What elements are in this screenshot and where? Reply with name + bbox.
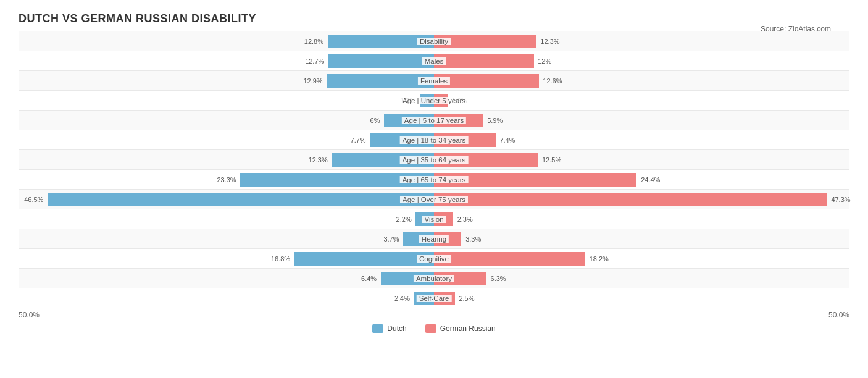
bar-area: Self-Care2.4%2.5% xyxy=(19,288,849,308)
german-russian-value-label: 7.4% xyxy=(499,136,515,144)
bar-area: Age | 65 to 74 years23.3%24.4% xyxy=(19,170,849,189)
bar-area: Age | Under 5 years1.7%1.6% xyxy=(19,91,849,110)
dutch-value-label: 3.7% xyxy=(383,235,399,243)
dutch-value-label: 12.7% xyxy=(305,57,324,65)
bar-row: Ambulatory6.4%6.3% xyxy=(19,269,849,288)
dutch-legend-label: Dutch xyxy=(387,324,406,333)
bar-center-label: Females xyxy=(418,77,450,85)
bar-center-label: Age | Over 75 years xyxy=(400,196,468,203)
bar-area: Vision2.2%2.3% xyxy=(19,209,849,229)
bar-row: Self-Care2.4%2.5% xyxy=(19,288,849,308)
bar-center-label: Age | 65 to 74 years xyxy=(400,176,469,183)
bar-row: Age | 65 to 74 years23.3%24.4% xyxy=(19,170,849,190)
german-russian-value-label: 3.3% xyxy=(465,235,481,243)
dutch-value-label: 6% xyxy=(370,117,380,124)
german-russian-bar xyxy=(434,193,827,206)
dutch-value-label: 12.3% xyxy=(309,156,328,164)
bar-center-label: Vision xyxy=(422,216,446,223)
bar-row: Vision2.2%2.3% xyxy=(19,209,849,229)
bar-center-label: Males xyxy=(422,57,446,65)
axis-left-label: 50.0% xyxy=(19,311,40,319)
dutch-value-label: 12.8% xyxy=(304,38,323,45)
bar-area: Cognitive16.8%18.2% xyxy=(19,249,849,268)
axis-right-label: 50.0% xyxy=(828,311,849,319)
bar-center-label: Age | 5 to 17 years xyxy=(402,117,466,124)
dutch-color-box xyxy=(372,324,383,333)
dutch-value-label: 23.3% xyxy=(217,176,236,183)
bar-row: Age | 35 to 64 years12.3%12.5% xyxy=(19,150,849,170)
dutch-bar xyxy=(328,54,434,68)
german-russian-value-label: 5.9% xyxy=(487,117,503,124)
german-russian-value-label: 12.6% xyxy=(543,77,562,85)
bar-row: Cognitive16.8%18.2% xyxy=(19,249,849,269)
german-russian-bar xyxy=(434,54,534,68)
bar-center-label: Age | 18 to 34 years xyxy=(400,136,469,144)
dutch-value-label: 2.4% xyxy=(394,295,410,302)
bar-area: Age | Over 75 years46.5%47.3% xyxy=(19,190,849,209)
bar-row: Age | Over 75 years46.5%47.3% xyxy=(19,190,849,209)
german-russian-value-label: 47.3% xyxy=(831,196,850,203)
legend: Dutch German Russian xyxy=(19,324,849,333)
bar-area: Females12.9%12.6% xyxy=(19,71,849,90)
german-russian-value-label: 6.3% xyxy=(491,275,506,282)
bar-area: Disability12.8%12.3% xyxy=(19,32,849,51)
german-russian-value-label: 12.3% xyxy=(540,38,559,45)
dutch-bar xyxy=(294,252,434,266)
bar-row: Age | 5 to 17 years6%5.9% xyxy=(19,111,849,130)
dutch-bar xyxy=(48,193,434,206)
bar-center-label: Age | Under 5 years xyxy=(400,97,468,104)
german-russian-value-label: 18.2% xyxy=(590,255,609,262)
chart-wrapper: Disability12.8%12.3%Males12.7%12%Females… xyxy=(19,32,849,333)
bar-center-label: Self-Care xyxy=(417,295,452,302)
bar-row: Disability12.8%12.3% xyxy=(19,32,849,51)
german-russian-bar xyxy=(434,252,585,266)
german-russian-value-label: 2.3% xyxy=(457,216,473,223)
bar-area: Age | 18 to 34 years7.7%7.4% xyxy=(19,130,849,149)
bar-area: Age | 35 to 64 years12.3%12.5% xyxy=(19,150,849,169)
bar-area: Hearing3.7%3.3% xyxy=(19,229,849,248)
chart-title: DUTCH VS GERMAN RUSSIAN DISABILITY xyxy=(19,12,849,25)
bar-area: Males12.7%12% xyxy=(19,51,849,70)
legend-dutch: Dutch xyxy=(372,324,406,333)
bar-center-label: Age | 35 to 64 years xyxy=(400,156,469,164)
bar-area: Age | 5 to 17 years6%5.9% xyxy=(19,111,849,130)
bar-row: Females12.9%12.6% xyxy=(19,71,849,91)
axis-labels: 50.0% 50.0% xyxy=(19,311,849,319)
bar-center-label: Hearing xyxy=(419,235,449,243)
bar-row: Age | Under 5 years1.7%1.6% xyxy=(19,91,849,111)
dutch-value-label: 16.8% xyxy=(271,255,290,262)
chart-container: Disability12.8%12.3%Males12.7%12%Females… xyxy=(19,32,849,308)
german-russian-value-label: 2.5% xyxy=(459,295,474,302)
dutch-value-label: 7.7% xyxy=(351,136,366,144)
bar-row: Hearing3.7%3.3% xyxy=(19,229,849,249)
german-russian-value-label: 12.5% xyxy=(542,156,561,164)
bar-center-label: Disability xyxy=(417,38,451,45)
dutch-value-label: 2.2% xyxy=(396,216,412,223)
german-russian-legend-label: German Russian xyxy=(440,324,496,333)
german-russian-value-label: 12% xyxy=(538,57,551,65)
bar-center-label: Ambulatory xyxy=(414,275,454,282)
german-russian-value-label: 24.4% xyxy=(641,176,660,183)
legend-german-russian: German Russian xyxy=(425,324,496,333)
bar-area: Ambulatory6.4%6.3% xyxy=(19,269,849,288)
bar-row: Age | 18 to 34 years7.7%7.4% xyxy=(19,130,849,150)
german-russian-color-box xyxy=(425,324,436,333)
dutch-value-label: 46.5% xyxy=(24,196,43,203)
bar-center-label: Cognitive xyxy=(417,255,451,262)
dutch-value-label: 12.9% xyxy=(303,77,322,85)
bar-row: Males12.7%12% xyxy=(19,51,849,71)
dutch-value-label: 6.4% xyxy=(361,275,377,282)
